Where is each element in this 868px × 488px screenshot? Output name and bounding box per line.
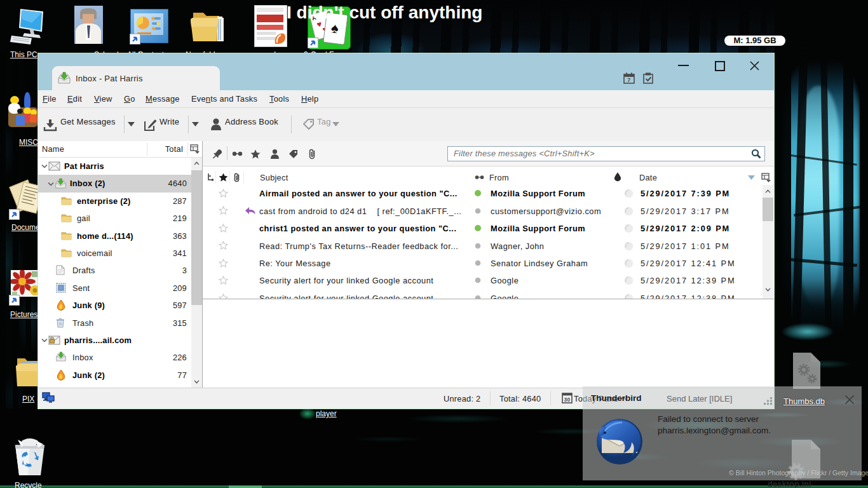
svg-text:30: 30 [564,396,571,403]
svg-text:7: 7 [627,77,630,83]
